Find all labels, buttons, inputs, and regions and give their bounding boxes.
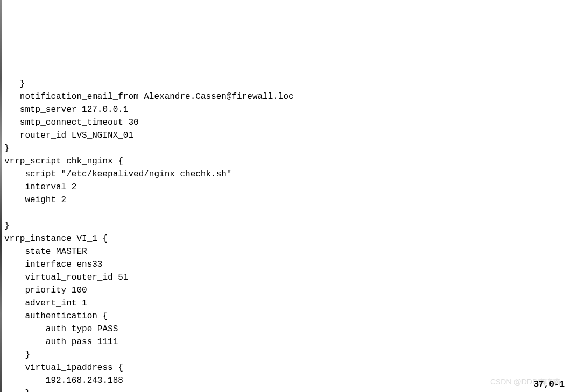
left-edge-strip [0,0,2,392]
config-line: virtual_router_id 51 [4,271,567,284]
config-line: 192.168.243.188 [4,374,567,387]
config-line: router_id LVS_NGINX_01 [4,129,567,142]
config-line: state MASTER [4,245,567,258]
config-line: interface ens33 [4,258,567,271]
config-line: vrrp_instance VI_1 { [4,232,567,245]
config-line: advert_int 1 [4,297,567,310]
config-line: authentication { [4,310,567,323]
cursor-position-status: 37,0-1 [533,378,565,391]
config-line [4,206,567,219]
config-line: smtp_server 127.0.0.1 [4,103,567,116]
config-line: } [4,142,567,155]
config-line: notification_email_from Alexandre.Cassen… [4,90,567,103]
editor-content[interactable]: } notification_email_from Alexandre.Cass… [4,77,567,392]
config-line: } [4,348,567,361]
config-line: virtual_ipaddress { [4,361,567,374]
config-line: } [4,219,567,232]
config-line: } [4,387,567,392]
config-line: script "/etc/keepalived/nginx_chechk.sh" [4,168,567,181]
config-line: vrrp_script chk_nginx { [4,155,567,168]
config-line: weight 2 [4,194,567,206]
config-line: auth_pass 1111 [4,336,567,348]
config-line: } [4,77,567,90]
config-line: smtp_connect_timeout 30 [4,116,567,129]
config-line: priority 100 [4,284,567,297]
config-line: auth_type PASS [4,323,567,336]
config-line: interval 2 [4,181,567,194]
